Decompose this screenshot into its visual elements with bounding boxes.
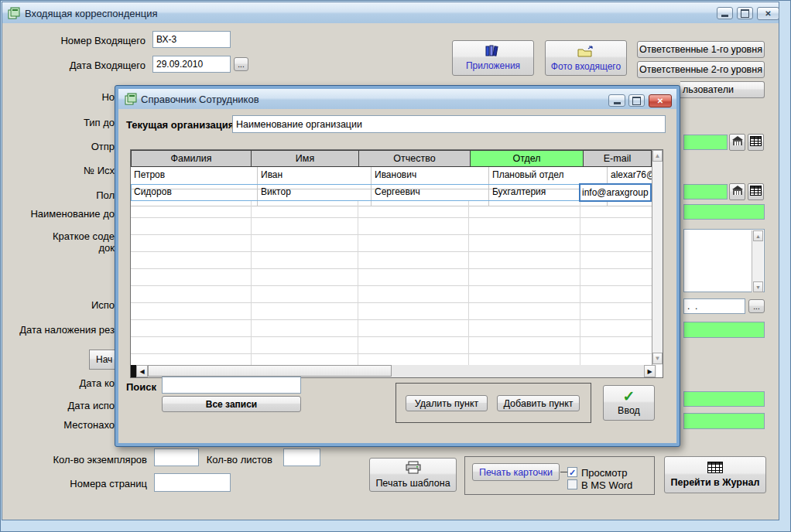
check-icon: ✓ — [623, 390, 635, 404]
header-name[interactable]: Имя — [252, 151, 359, 166]
cut-label-no-ishod: № Исх — [0, 165, 115, 176]
maximize-icon — [741, 9, 749, 18]
scroll-down-icon: ▼ — [655, 355, 661, 362]
close-icon: ✕ — [765, 9, 771, 18]
cut-label-tip-dok: Тип до — [0, 117, 115, 128]
table-row-selected[interactable]: Сидоров Виктор Сергеевич Бухгалтерия — [131, 184, 652, 201]
table-horizontal-scrollbar[interactable]: ◀ ▶ — [131, 365, 663, 377]
dialog-maximize-button[interactable] — [628, 94, 645, 107]
scroll-left-icon: ◀ — [139, 368, 144, 375]
responsible-level1-button[interactable]: Ответственные 1-го уровня — [637, 41, 765, 58]
search-input[interactable] — [162, 377, 301, 394]
grid-line — [580, 201, 580, 365]
header-patronymic[interactable]: Отчество — [359, 151, 471, 166]
sheets-label: Кол-во листов — [186, 454, 272, 466]
table-icon — [750, 136, 762, 148]
org-lookup-button-2[interactable] — [729, 183, 745, 200]
organization-icon — [732, 186, 743, 198]
table-row[interactable]: Петров Иван Иванович Плановый отдел alex… — [131, 167, 652, 184]
table-vertical-scrollbar[interactable]: ▲ ▼ — [652, 150, 663, 365]
header-surname[interactable]: Фамилия — [132, 151, 252, 166]
employees-table: Фамилия Имя Отчество Отдел E-mail Петров… — [130, 149, 663, 378]
search-label: Поиск — [126, 381, 156, 393]
scrollbar-thumb[interactable] — [148, 365, 392, 377]
incoming-date-browse-button[interactable]: ... — [234, 57, 248, 71]
green-field-4[interactable] — [683, 322, 765, 338]
pages-label: Номера страниц — [31, 478, 147, 489]
preview-checkbox[interactable]: ✓ — [567, 467, 577, 477]
dialog-minimize-button[interactable] — [608, 94, 625, 107]
msword-checkbox[interactable] — [567, 479, 577, 489]
cut-label-kratkoe: Краткое соде — [0, 230, 115, 242]
table-lookup-button-1[interactable] — [748, 134, 764, 151]
table-icon — [750, 186, 762, 198]
green-field-1[interactable] — [683, 135, 728, 150]
main-window-title: Входящая корреспонденция — [25, 8, 157, 19]
header-department-selected[interactable]: Отдел — [471, 151, 584, 166]
textarea-scrollbar[interactable]: ▲ ▼ — [752, 230, 763, 292]
fixed-corner-box — [131, 365, 136, 377]
green-field-3[interactable] — [683, 204, 765, 220]
cut-label-data-kontrolya: Дата ко — [0, 377, 115, 389]
printer-icon — [405, 461, 422, 476]
minimize-icon — [721, 15, 728, 17]
email-edit-cell[interactable] — [579, 183, 652, 202]
delete-item-button[interactable]: Удалить пункт — [406, 395, 488, 411]
grid-line — [468, 201, 469, 365]
incoming-date-input[interactable] — [152, 56, 231, 73]
preview-checkbox-label: Просмотр — [581, 467, 627, 479]
copies-label: Кол-во экземпляров — [31, 454, 147, 466]
dialog-title: Справочник Сотрудников — [141, 94, 259, 105]
organization-icon — [732, 136, 743, 148]
attachments-button[interactable]: Приложения — [452, 40, 534, 76]
notes-textarea[interactable]: ▲ ▼ — [683, 229, 765, 292]
scroll-up-icon: ▲ — [755, 234, 761, 239]
cut-label-naimenovanie: Наименование до — [0, 208, 115, 220]
green-field-2[interactable] — [683, 184, 728, 200]
close-icon: ✕ — [657, 97, 663, 105]
goto-journal-label: Перейти в Журнал — [671, 477, 760, 488]
maximize-button[interactable] — [737, 7, 753, 19]
cut-label-data-ispolneniya: Дата испо — [0, 400, 115, 411]
incoming-number-input[interactable] — [152, 31, 231, 48]
date-browse-button[interactable]: ... — [748, 299, 765, 313]
incoming-date-label: Дата Входящего — [31, 60, 146, 71]
grid-line — [358, 201, 358, 365]
scroll-down-icon: ▼ — [755, 285, 761, 290]
employees-dialog: Справочник Сотрудников ✕ Текущая организ… — [115, 85, 680, 447]
current-org-input[interactable] — [232, 115, 666, 133]
header-email[interactable]: E-mail — [584, 151, 651, 166]
print-template-button[interactable]: Печать шаблона — [369, 458, 457, 492]
org-lookup-button-1[interactable] — [729, 134, 745, 151]
scrollbar-corner — [656, 365, 663, 377]
empty-date-input[interactable] — [683, 298, 745, 314]
msword-checkbox-label: В MS Word — [581, 479, 632, 491]
close-button[interactable]: ✕ — [757, 7, 779, 20]
cut-label-poluchatel: Пол — [0, 189, 115, 201]
incoming-photo-button[interactable]: Фото входящего — [545, 40, 627, 76]
enter-button-label: Ввод — [618, 405, 640, 416]
photo-folder-icon — [577, 45, 595, 60]
table-lookup-button-2[interactable] — [748, 183, 764, 200]
dialog-close-button[interactable]: ✕ — [649, 94, 672, 107]
users-button-cut[interactable]: льзователи — [680, 81, 765, 98]
grid-line — [251, 201, 252, 365]
print-card-button[interactable]: Печать карточки — [472, 463, 560, 481]
cut-label-otpravitel: Отпр — [0, 141, 115, 152]
empty-grid-area — [131, 201, 652, 365]
sheets-input[interactable] — [283, 448, 320, 466]
enter-button[interactable]: ✓ Ввод — [603, 385, 655, 421]
dialog-icon — [125, 93, 138, 107]
scroll-up-icon: ▲ — [655, 152, 661, 159]
pages-input[interactable] — [154, 473, 231, 492]
minimize-button[interactable] — [717, 7, 733, 19]
app-screen: Входящая корреспонденция ✕ Номер Входяще… — [0, 0, 791, 532]
all-records-button[interactable]: Все записи — [162, 396, 301, 412]
green-field-6[interactable] — [683, 413, 765, 429]
responsible-level2-button[interactable]: Ответственные 2-го уровня — [637, 61, 765, 78]
add-item-button[interactable]: Добавить пункт — [497, 395, 580, 411]
connector-line — [560, 472, 567, 472]
goto-journal-button[interactable]: Перейти в Журнал — [664, 456, 766, 493]
cut-label-ispolnitel: Испо — [0, 299, 115, 311]
green-field-5[interactable] — [683, 391, 765, 407]
